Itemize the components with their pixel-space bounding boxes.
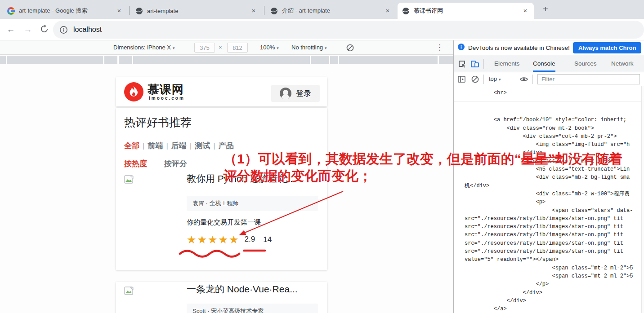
star-icon: ★ — [229, 234, 240, 246]
console-line — [465, 108, 644, 116]
toolbar-separator — [483, 59, 484, 69]
console-line: <p> — [465, 198, 644, 206]
globe-favicon-icon — [270, 7, 278, 15]
clear-console-icon[interactable] — [471, 75, 479, 83]
reload-icon[interactable] — [38, 22, 50, 35]
toolbar-separator — [483, 75, 484, 84]
console-sidebar-icon[interactable] — [458, 75, 465, 83]
console-line: <div class="mb-2 bg-light sma — [465, 173, 644, 181]
media-query-bar[interactable] — [0, 56, 453, 64]
tab-google-search[interactable]: art-template - Google 搜索 × — [3, 3, 128, 19]
star-icon: ★ — [219, 234, 229, 246]
tab-sources[interactable]: Sources — [574, 55, 597, 72]
back-icon[interactable]: ← — [4, 23, 17, 36]
filter-separator: | — [143, 141, 144, 150]
brand-domain: imooc.com — [149, 96, 185, 101]
globe-favicon-icon — [135, 7, 143, 15]
context-selector[interactable]: top▾ — [489, 75, 501, 82]
console-line: </div> — [465, 149, 644, 157]
brand-name[interactable]: 慕课网 — [148, 82, 184, 97]
console-line: src="./resources/raty/lib/images/star-on… — [465, 215, 644, 223]
chevron-down-icon: ▾ — [277, 46, 279, 50]
tab-intro-art-template[interactable]: 介绍 - art-template × — [266, 3, 396, 19]
tab-elements[interactable]: Elements — [494, 55, 519, 72]
devtools-panel: DevTools is now available in Chinese! Al… — [453, 40, 644, 313]
filter-testing[interactable]: 测试 — [195, 141, 210, 150]
tab-network[interactable]: Network — [611, 55, 634, 72]
imooc-logo-icon[interactable] — [124, 82, 143, 101]
book-description[interactable]: 你的量化交易开发第一课 — [187, 218, 261, 227]
console-line: <span class="mt-2 ml-2">5 — [465, 272, 644, 280]
category-filter-bar: 全部|前端|后端|测试|产品 — [124, 141, 234, 151]
console-line: </a> — [465, 305, 644, 313]
dimensions-times-label: × — [219, 44, 222, 51]
console-line: src="./resources/raty/lib/images/star-on… — [465, 247, 644, 256]
login-label: 登录 — [296, 88, 311, 99]
url-field[interactable]: localhost — [53, 21, 644, 39]
mq-tick — [438, 56, 439, 64]
live-expression-eye-icon[interactable] — [520, 75, 528, 83]
filter-separator: | — [166, 141, 168, 150]
tab-art-template[interactable]: art-template × — [131, 3, 262, 19]
console-line: 机</div> — [465, 182, 644, 190]
new-tab-button[interactable]: + — [539, 3, 552, 16]
tab-mooc-book-review[interactable]: 慕课书评网 × — [398, 3, 534, 19]
mq-tick — [6, 56, 7, 64]
filter-backend[interactable]: 后端 — [171, 141, 187, 150]
rotate-icon[interactable] — [346, 44, 354, 53]
device-width-input[interactable] — [194, 43, 215, 53]
close-icon[interactable]: × — [115, 7, 123, 15]
close-icon[interactable]: × — [521, 7, 529, 15]
tab-title: art-template — [147, 8, 246, 14]
broken-image-icon — [124, 287, 134, 298]
console-line: </p> — [465, 280, 644, 288]
tab-console[interactable]: Console — [533, 55, 555, 72]
throttling-select[interactable]: No throttling▾ — [291, 44, 327, 51]
inspect-element-icon[interactable] — [457, 59, 466, 68]
console-scrollbar[interactable] — [641, 86, 644, 313]
console-line: <div class="mb-2 w-100">程序员 — [465, 190, 644, 198]
console-line: value="5" readonly=""></span> — [465, 256, 644, 264]
device-height-input[interactable] — [227, 43, 248, 53]
devtools-tab-bar: Elements Console Sources Network — [454, 55, 644, 72]
mq-tick — [329, 56, 330, 64]
tab-title: 慕课书评网 — [414, 7, 518, 15]
kebab-menu-icon[interactable]: ⋮ — [436, 43, 443, 53]
sort-by-heat[interactable]: 按热度 — [124, 159, 147, 168]
always-match-language-button[interactable]: Always match Chron — [573, 42, 642, 53]
console-line: <span class="mt-2 ml-2">5 — [465, 264, 644, 272]
filter-product[interactable]: 产品 — [219, 141, 234, 150]
close-icon[interactable]: × — [384, 7, 392, 15]
url-text: localhost — [73, 26, 102, 34]
book-author-badge: Scott · 宋小菜高级技术专家 — [187, 304, 318, 313]
console-filter-input[interactable] — [537, 74, 640, 84]
sort-by-rating[interactable]: 按评分 — [164, 159, 187, 168]
address-bar: ← → localhost — [0, 19, 644, 40]
device-dimensions-select[interactable]: Dimensions: iPhone X▾ — [113, 44, 174, 51]
device-toolbar: Dimensions: iPhone X▾ × 100%▾ No throttl… — [0, 40, 453, 55]
section-title: 热评好书推荐 — [124, 115, 192, 130]
tab-title: 介绍 - art-template — [282, 7, 380, 15]
mq-tick — [310, 56, 311, 64]
chevron-down-icon: ▾ — [499, 77, 501, 82]
star-icon: ★ — [187, 234, 197, 246]
forward-icon[interactable]: → — [22, 23, 34, 36]
page-info-icon[interactable] — [60, 26, 67, 34]
mq-tick — [117, 56, 119, 64]
broken-image-icon — [124, 175, 134, 186]
info-icon — [458, 44, 465, 52]
rating-count: 14 — [263, 235, 272, 244]
avatar-icon — [280, 88, 291, 99]
console-message: <hr> — [454, 86, 644, 102]
close-icon[interactable]: × — [250, 7, 258, 15]
device-toolbar-toggle-icon[interactable] — [470, 59, 479, 68]
device-zoom-select[interactable]: 100%▾ — [260, 44, 279, 51]
filter-frontend[interactable]: 前端 — [148, 141, 163, 150]
login-button[interactable]: 登录 — [271, 85, 320, 102]
book-title-link[interactable]: 教你用 Python 进阶量化... — [187, 172, 322, 185]
book-card-2: 一条龙的 Node·Vue·Rea... Scott · 宋小菜高级技术专家 — [116, 282, 327, 313]
book-title-link[interactable]: 一条龙的 Node·Vue·Rea... — [187, 283, 322, 295]
filter-all[interactable]: 全部 — [124, 141, 139, 150]
console-line: <div class="col-4 mb-2 pr-2"> — [465, 132, 644, 141]
book-list-card: 热评好书推荐 全部|前端|后端|测试|产品 按热度 按评分 教你用 Python… — [116, 108, 327, 270]
